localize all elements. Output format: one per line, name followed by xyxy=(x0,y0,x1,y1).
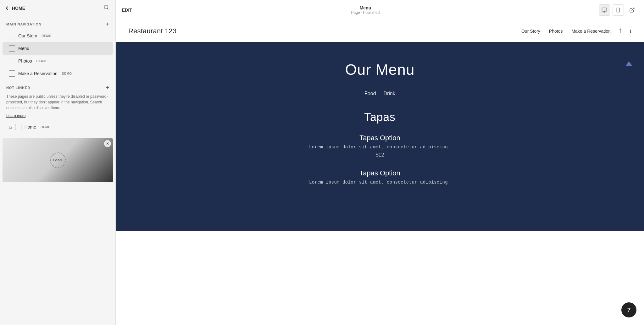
not-linked-description: These pages are public unless they're di… xyxy=(6,94,109,111)
sidebar-item-our-story[interactable]: Our Story DEMO xyxy=(3,30,113,42)
scroll-up-icon xyxy=(626,61,632,66)
svg-rect-2 xyxy=(602,8,607,11)
mobile-icon xyxy=(616,7,621,13)
menu-item-2-name: Tapas Option xyxy=(286,169,474,177)
not-linked-title: NOT LINKED xyxy=(6,86,30,90)
page-title: Menu xyxy=(351,5,380,10)
twitter-icon[interactable]: t xyxy=(630,28,631,34)
tab-food[interactable]: Food xyxy=(364,91,376,98)
page-icon xyxy=(9,45,15,52)
search-icon xyxy=(103,4,109,10)
svg-point-0 xyxy=(104,5,108,9)
svg-rect-5 xyxy=(617,8,619,12)
desktop-view-button[interactable] xyxy=(599,4,610,16)
menu-item-1-price: $12 xyxy=(286,152,474,158)
page-status: Page · Published xyxy=(351,10,380,15)
topbar-actions xyxy=(599,4,638,16)
sidebar-item-home[interactable]: ⌂ Home DEMO xyxy=(3,121,113,133)
reservation-label: Make a Reservation xyxy=(18,71,58,76)
menu-tabs: Food Drink xyxy=(364,91,395,98)
menu-page-title: Our Menu xyxy=(345,61,414,78)
external-link-button[interactable] xyxy=(626,4,638,16)
section-tapas-title: Tapas xyxy=(364,111,396,124)
home-icon: ⌂ xyxy=(9,124,12,130)
sidebar-item-reservation[interactable]: Make a Reservation DEMO xyxy=(3,67,113,80)
menu-item-2-desc: Lorem ipsum dolor sit amet, consectetur … xyxy=(286,180,474,185)
add-nav-item-button[interactable]: + xyxy=(106,21,109,27)
menu-item-2: Tapas Option Lorem ipsum dolor sit amet,… xyxy=(286,169,474,187)
not-linked-section: NOT LINKED + These pages are public unle… xyxy=(0,80,115,121)
menu-item-1: Tapas Option Lorem ipsum dolor sit amet,… xyxy=(286,134,474,158)
add-not-linked-button[interactable]: + xyxy=(106,85,109,91)
page-icon xyxy=(9,70,15,77)
not-linked-header: NOT LINKED + xyxy=(6,85,109,91)
main-area: EDIT Menu Page · Published xyxy=(116,0,644,325)
our-story-label: Our Story xyxy=(18,33,37,38)
edit-button[interactable]: EDIT xyxy=(122,8,132,13)
tab-drink[interactable]: Drink xyxy=(384,91,395,98)
our-story-badge: DEMO xyxy=(42,34,52,38)
site-header: Restaurant 123 Our Story Photos Make a R… xyxy=(116,20,644,42)
nav-reservation[interactable]: Make a Reservation xyxy=(571,29,611,34)
sidebar-topbar: HOME xyxy=(0,0,115,16)
reservation-badge: DEMO xyxy=(62,72,72,75)
help-button[interactable]: ? xyxy=(621,302,636,317)
topbar-center: Menu Page · Published xyxy=(351,5,380,15)
photos-badge: DEMO xyxy=(36,59,47,63)
photos-label: Photos xyxy=(18,58,32,63)
main-nav-header: MAIN NAVIGATION + xyxy=(0,16,115,30)
svg-line-7 xyxy=(632,8,634,10)
search-button[interactable] xyxy=(103,4,109,12)
preview-close-button[interactable]: ✕ xyxy=(104,140,111,147)
site-logo: Restaurant 123 xyxy=(128,27,177,35)
sidebar: HOME MAIN NAVIGATION + Our Story DEMO Me… xyxy=(0,0,116,325)
preview-logo: LOGO xyxy=(50,152,66,168)
learn-more-link[interactable]: Learn more xyxy=(6,113,25,118)
page-icon xyxy=(9,58,15,64)
page-icon xyxy=(15,124,21,130)
site-nav: Our Story Photos Make a Reservation f t xyxy=(521,28,631,34)
menu-item-1-name: Tapas Option xyxy=(286,134,474,142)
scroll-up-button[interactable] xyxy=(623,58,635,69)
topbar: EDIT Menu Page · Published xyxy=(116,0,644,20)
main-nav-title: MAIN NAVIGATION xyxy=(6,22,42,26)
home-badge: DEMO xyxy=(41,125,51,129)
mobile-view-button[interactable] xyxy=(613,4,624,16)
svg-line-1 xyxy=(107,8,108,9)
sidebar-item-menu[interactable]: Menu xyxy=(3,42,113,55)
page-icon xyxy=(9,33,15,39)
desktop-icon xyxy=(602,7,607,13)
nav-photos[interactable]: Photos xyxy=(549,29,563,34)
home-link[interactable]: HOME xyxy=(6,6,25,11)
sidebar-item-photos[interactable]: Photos DEMO xyxy=(3,55,113,67)
external-link-icon xyxy=(629,7,635,13)
preview-background: LOGO xyxy=(3,138,113,182)
facebook-icon[interactable]: f xyxy=(619,28,621,34)
home-label: Home xyxy=(25,124,36,129)
page-preview: LOGO ✕ xyxy=(3,138,113,182)
nav-our-story[interactable]: Our Story xyxy=(521,29,540,34)
preview-area[interactable]: Restaurant 123 Our Story Photos Make a R… xyxy=(116,20,644,325)
menu-item-1-desc: Lorem ipsum dolor sit amet, consectetur … xyxy=(286,145,474,150)
menu-label: Menu xyxy=(18,46,29,51)
home-link-label: HOME xyxy=(12,6,25,11)
menu-content: Our Menu Food Drink Tapas Tapas Option L… xyxy=(116,42,644,231)
chevron-left-icon xyxy=(6,6,9,10)
